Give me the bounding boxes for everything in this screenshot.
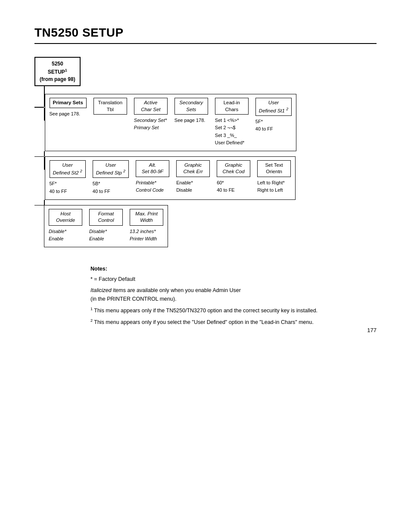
italicized-word: Italicized [90,287,112,293]
v-line-setup [44,86,45,94]
translation-tbl-label: TranslationTbl [93,98,127,115]
setup-box: 5250 SETUP1 (from page 98) [34,57,81,86]
item-graphic-chek-cod: GraphicChek Cod 60*40 to FE [217,160,250,194]
page-title: TN5250 SETUP [34,26,377,40]
row2-section: UserDefined St2 2 5F*40 to FF UserDefine… [45,156,296,200]
page-number: 177 [367,327,377,333]
graphic-chek-cod-opts: 60*40 to FE [217,179,250,194]
italicized-rest: items are available only when you enable… [90,287,241,302]
format-control-label: FormatControl [89,209,123,226]
set-text-orientn-label: Set TextOrientn [257,160,291,177]
graphic-chek-cod-label: GraphicChek Cod [217,160,250,177]
title-rule [34,43,377,44]
alt-set-opts: Printable*Control Code [136,179,169,194]
h-line-row2 [34,156,44,157]
item-max-print-width: Max. PrintWidth 13.2 inches*Printer Widt… [130,209,163,243]
h-line-row3 [34,205,44,206]
item-lead-in-chars: Lead-inChars Set 1 <%>* Set 2 ¬¬$ Set 3 … [215,98,249,146]
graphic-chek-err-label: GraphicChek Err [176,160,210,177]
user-defined-stp-opts: 5B*40 to FF [93,180,129,195]
row3-items: HostOverride Disable*Enable FormatContro… [49,209,163,243]
alt-set-label: Alt.Set 80-9F [136,160,169,177]
max-print-width-label: Max. PrintWidth [130,209,163,226]
user-defined-st2-opts: 5F*40 to FF [50,180,86,195]
row2-items: UserDefined St2 2 5F*40 to FF UserDefine… [50,160,291,195]
set-text-orientn-opts: Left to Right*Right to Left [257,179,291,194]
user-defined-st1-label: UserDefined St1 2 [255,98,292,116]
primary-sets-label: Primary Sets [50,98,87,108]
active-char-set-label: ActiveChar Set [134,98,168,115]
diagram: 5250 SETUP1 (from page 98) [34,57,377,247]
item-user-defined-st1: UserDefined St1 2 5F*40 to FF [255,98,292,133]
host-override-label: HostOverride [49,209,82,226]
footnote2: 2 This menu appears only if you select t… [90,317,377,327]
secondary-sets-opts: See page 178. [174,117,208,124]
notes-section: Notes: * = Factory Default Italicized it… [90,264,377,327]
item-set-text-orientn: Set TextOrientn Left to Right*Right to L… [257,160,291,194]
page-container: TN5250 SETUP 5250 SETUP1 (from page 98) [0,0,411,346]
item-secondary-sets: SecondarySets See page 178. [174,98,208,124]
item-active-char-set: ActiveChar Set Secondary Set*Primary Set [134,98,168,131]
item-user-defined-st2: UserDefined St2 2 5F*40 to FF [50,160,86,195]
item-user-defined-stp: UserDefined Stp 2 5B*40 to FF [93,160,129,195]
footnote1: 1 This menu appears only if the TN5250/T… [90,306,377,315]
item-primary-sets: Primary Sets See page 178. [50,98,87,118]
factory-default-note: * = Factory Default [90,275,377,283]
notes-title: Notes: [90,264,377,273]
user-defined-st2-label: UserDefined St2 2 [50,160,86,178]
item-graphic-chek-err: GraphicChek Err Enable*Disable [176,160,210,194]
row1-section: Primary Sets See page 178. TranslationTb… [45,94,297,151]
format-control-opts: Disable*Enable [89,228,123,243]
user-defined-st1-opts: 5F*40 to FF [255,118,292,133]
host-override-opts: Disable*Enable [49,228,82,243]
h-line-row1 [34,107,44,108]
row1-items: Primary Sets See page 178. TranslationTb… [50,98,292,146]
max-print-width-opts: 13.2 inches*Printer Width [130,228,163,243]
item-format-control: FormatControl Disable*Enable [89,209,123,243]
user-defined-stp-label: UserDefined Stp 2 [93,160,129,178]
secondary-sets-label: SecondarySets [174,98,208,115]
item-host-override: HostOverride Disable*Enable [49,209,82,243]
lead-in-chars-label: Lead-inChars [215,98,249,115]
primary-sets-opts: See page 178. [50,110,87,118]
lead-in-chars-opts: Set 1 <%>* Set 2 ¬¬$ Set 3 _%_ User Defi… [215,117,249,146]
row3-section: HostOverride Disable*Enable FormatContro… [44,205,168,247]
item-translation-tbl: TranslationTbl [93,98,127,117]
item-alt-set: Alt.Set 80-9F Printable*Control Code [136,160,169,194]
italicized-note: Italicized items are available only when… [90,286,377,303]
graphic-chek-err-opts: Enable*Disable [176,179,210,194]
active-char-set-opts: Secondary Set*Primary Set [134,117,168,131]
